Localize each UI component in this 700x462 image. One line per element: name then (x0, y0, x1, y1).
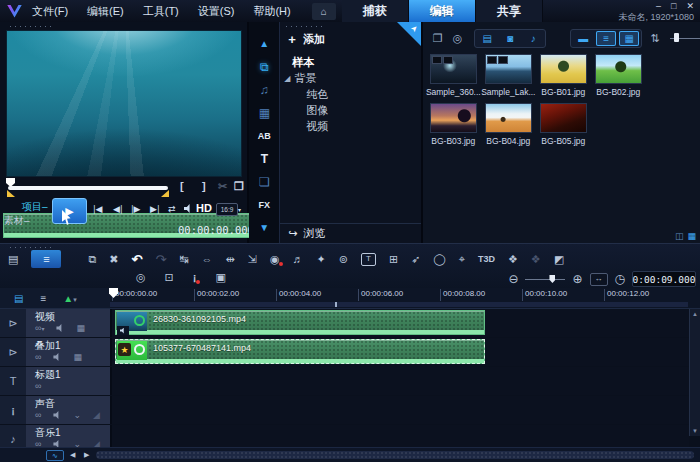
tree-item-image[interactable]: 图像 (280, 102, 421, 118)
view-single-icon[interactable]: ▬ (573, 31, 593, 46)
mask-creator-disabled-icon[interactable]: ❖ (531, 254, 541, 265)
library-item[interactable]: BG-B01.jpg (536, 54, 591, 97)
menu-help[interactable]: 帮助(H) (253, 4, 290, 19)
slider-handle[interactable] (674, 33, 679, 42)
nav-title-ab-icon[interactable]: AB (258, 128, 271, 143)
tab-share[interactable]: 共享 (476, 0, 543, 22)
menu-file[interactable]: 文件(F) (32, 4, 68, 19)
volume-icon[interactable] (184, 204, 193, 215)
show-all-tracks-icon[interactable]: ▤ (14, 293, 23, 304)
motion-tracking-icon[interactable]: ⊚ (339, 254, 348, 265)
filter-video-icon[interactable]: ▤ (477, 31, 497, 46)
time-stretch-icon[interactable]: ⇲ (248, 254, 257, 265)
voiceover-icon[interactable]: ¡ (193, 272, 197, 283)
nav-fx-icon[interactable]: FX (259, 197, 271, 212)
add-track-icon[interactable]: ▲▾ (63, 293, 76, 304)
thumbnail[interactable] (430, 103, 477, 133)
batch-tools-icon[interactable]: ✖ (109, 254, 118, 265)
sound-mixer-icon[interactable]: ♬ (293, 254, 304, 265)
video-lane[interactable]: 26830-361092105.mp4 (110, 309, 689, 337)
timeline-overview-strip[interactable] (110, 302, 688, 307)
nav-overlay-icon[interactable]: ❏ (259, 174, 270, 189)
video-filter-icon[interactable]: ✦ (317, 254, 326, 265)
filter-photo-icon[interactable]: ◙ (500, 31, 520, 46)
preview-timecode[interactable]: 00:00:00.000 (178, 224, 254, 236)
fit-project-icon[interactable]: ↔ (590, 273, 608, 286)
3d-title-editor-icon[interactable]: T3D (478, 255, 495, 264)
scroll-up-icon[interactable]: ▲ (692, 311, 698, 317)
menu-tools[interactable]: 工具(T) (143, 4, 179, 19)
view-grid-icon[interactable]: ▦ (619, 31, 639, 46)
redo-icon[interactable]: ↷ (155, 253, 166, 266)
tree-item-sample[interactable]: 样本 (280, 54, 421, 70)
trim-markers-icon[interactable]: ↹ (179, 254, 188, 265)
vertical-scrollbar[interactable]: ▲ ▼ (689, 309, 700, 436)
scroll-right-icon[interactable]: ▶ (84, 451, 89, 459)
mask-creator-icon[interactable]: ❖ (508, 254, 518, 265)
aspect-dropdown-icon[interactable]: ▾ (238, 206, 240, 213)
repeat-button[interactable]: ⇄ (168, 204, 176, 214)
library-item[interactable]: BG-B02.jpg (591, 54, 646, 97)
timeline-view-icon[interactable]: ≡ (31, 250, 61, 268)
library-item[interactable]: Sample_360... (426, 54, 481, 97)
go-end-button[interactable]: ▶∣ (150, 204, 159, 214)
mark-in-icon[interactable]: [ (180, 180, 184, 192)
subtitle-editor-icon[interactable]: T (361, 253, 376, 266)
browse-button[interactable]: ↪ 浏览 (280, 223, 421, 243)
tree-item-background[interactable]: ◢ 背景 (280, 70, 421, 86)
menu-edit[interactable]: 编辑(E) (87, 4, 124, 19)
scroll-left-icon[interactable]: ◀ (70, 451, 75, 459)
face-indexing-icon[interactable]: ⌖ (459, 254, 465, 265)
grid-toggle-icon[interactable]: ▦ (687, 231, 696, 241)
timeline-zoom-slider[interactable] (525, 274, 565, 284)
panel-toggle-icon[interactable]: ◫ (675, 231, 684, 241)
view-list-icon[interactable]: ≡ (596, 31, 616, 46)
thumbnail[interactable] (540, 103, 587, 133)
filter-audio-icon[interactable]: ♪ (523, 31, 543, 46)
link-icon[interactable]: ∞▾ (35, 323, 44, 333)
video-track-header[interactable]: ⊳ 视频 ∞▾ ▦ (0, 309, 110, 337)
screen-capture-icon[interactable]: ⊡ (165, 272, 174, 283)
snapshot-icon[interactable]: ▣ (216, 272, 226, 283)
fade-icon[interactable]: ⌄ (73, 410, 81, 420)
home-button[interactable]: ⌂ (312, 3, 336, 20)
thumbnail[interactable] (430, 54, 477, 84)
zoom-in-icon[interactable]: ⊕ (572, 273, 582, 285)
twisty-icon[interactable]: ◢ (284, 74, 290, 83)
panel-drag-handle[interactable] (284, 25, 322, 28)
minimize-icon[interactable]: – (656, 1, 661, 11)
undo-icon[interactable]: ↶ (131, 253, 142, 266)
zoom-out-icon[interactable]: ⊖ (508, 273, 518, 285)
mosaic-icon[interactable]: ▦ (73, 352, 82, 362)
track-list-icon[interactable]: ≡ (40, 293, 46, 304)
mute-icon[interactable] (56, 324, 64, 332)
timeline-ruler[interactable]: ▤ ≡ ▲▾ 00:00:00.00 00:00:02.00 00:00:04.… (0, 288, 700, 309)
video-clip[interactable]: 26830-361092105.mp4 (115, 310, 485, 335)
close-icon[interactable]: ✕ (686, 1, 694, 11)
maximize-icon[interactable]: □ (671, 1, 676, 11)
add-folder-button[interactable]: + 添加 (288, 32, 325, 47)
nav-media-icon[interactable]: ⧉ (260, 59, 269, 74)
disc-icon[interactable]: ◎ (453, 32, 463, 45)
sort-icon[interactable]: ⇅ (650, 32, 659, 45)
voice-lane[interactable] (110, 396, 689, 424)
split-clip-icon[interactable]: ⇹ (226, 254, 235, 265)
overlay-track-header[interactable]: ⊳ 叠加1 ∞ ▦ (0, 338, 110, 366)
painting-creator-icon[interactable]: ◉ (270, 254, 280, 265)
voice-track-header[interactable]: ¡ 声音 ∞ ⌄ ◢ (0, 396, 110, 424)
color-grading-icon[interactable]: ◩ (554, 254, 564, 265)
ripple-edit-icon[interactable]: ⇔ (202, 254, 213, 265)
link-icon[interactable]: ∞ (35, 352, 41, 362)
library-item[interactable]: BG-B03.jpg (426, 103, 481, 146)
panel-drag-handle[interactable] (8, 25, 54, 28)
link-icon[interactable]: ∞ (35, 410, 41, 420)
tab-capture[interactable]: 捕获 (342, 0, 409, 22)
tab-edit[interactable]: 编辑 (409, 0, 476, 22)
mask-frame-icon[interactable]: ◯ (433, 254, 445, 265)
tree-item-solid[interactable]: 纯色 (280, 86, 421, 102)
library-item[interactable]: BG-B05.jpg (536, 103, 591, 146)
thumbnail[interactable] (540, 54, 587, 84)
webcam-capture-icon[interactable]: ◎ (136, 272, 146, 283)
panel-drag-handle[interactable] (8, 246, 54, 249)
customize-motion-icon[interactable]: ➶ (411, 254, 420, 265)
